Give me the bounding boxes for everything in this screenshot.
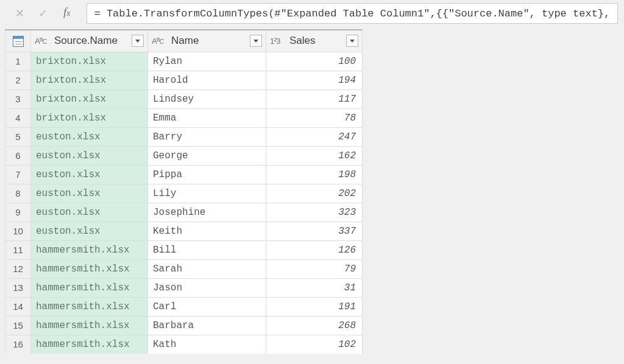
number-type-icon: 123 [270,37,286,46]
cell-source-name[interactable]: hammersmith.xlsx [31,278,148,297]
cell-name[interactable]: Sarah [148,259,266,278]
cell-source-name[interactable]: hammersmith.xlsx [31,240,148,259]
cell-name[interactable]: Jason [148,278,266,297]
cell-sales[interactable]: 194 [266,71,363,89]
row-number[interactable]: 8 [5,184,31,203]
cell-name[interactable]: Josephine [148,203,266,222]
row-number[interactable]: 7 [5,165,31,184]
formula-input-wrap[interactable]: = Table.TransformColumnTypes(#"Expanded … [87,3,619,24]
cell-sales[interactable]: 247 [266,127,363,146]
cell-source-name[interactable]: hammersmith.xlsx [31,316,148,335]
table-row[interactable]: 10euston.xlsxKeith337 [5,222,363,240]
cell-sales[interactable]: 126 [266,240,363,259]
cell-name[interactable]: Keith [148,222,266,240]
column-label: Sales [289,35,342,47]
cell-sales[interactable]: 162 [266,146,363,165]
data-grid: ABC Source.Name ABC Name 123 Sales [0,27,624,354]
cell-source-name[interactable]: hammersmith.xlsx [31,259,148,278]
row-number[interactable]: 2 [5,71,31,89]
row-number[interactable]: 10 [5,222,31,240]
cell-source-name[interactable]: brixton.xlsx [31,108,148,127]
cell-name[interactable]: George [148,146,266,165]
cell-source-name[interactable]: brixton.xlsx [31,71,148,89]
row-number[interactable]: 9 [5,203,31,222]
cell-name[interactable]: Harold [148,71,266,89]
cell-source-name[interactable]: hammersmith.xlsx [31,297,148,316]
column-header-sales[interactable]: 123 Sales [266,30,363,52]
select-all-corner[interactable] [5,30,31,52]
text-type-icon: ABC [152,37,168,46]
column-filter-button[interactable] [346,35,358,47]
cell-sales[interactable]: 198 [266,165,363,184]
cell-name[interactable]: Carl [148,297,266,316]
row-number[interactable]: 3 [5,89,31,108]
cell-sales[interactable]: 191 [266,297,363,316]
cancel-formula-icon[interactable]: ✕ [13,7,26,20]
row-number[interactable]: 4 [5,108,31,127]
row-number[interactable]: 5 [5,127,31,146]
cell-sales[interactable]: 337 [266,222,363,240]
cell-sales[interactable]: 202 [266,184,363,203]
cell-name[interactable]: Bill [148,240,266,259]
cell-name[interactable]: Pippa [148,165,266,184]
cell-source-name[interactable]: euston.xlsx [31,165,148,184]
table-row[interactable]: 7euston.xlsxPippa198 [5,165,363,184]
chevron-down-icon [135,40,140,43]
cell-source-name[interactable]: brixton.xlsx [31,52,148,71]
table-row[interactable]: 8euston.xlsxLily202 [5,184,363,203]
table-row[interactable]: 14hammersmith.xlsxCarl191 [5,297,363,316]
table-row[interactable]: 15hammersmith.xlsxBarbara268 [5,316,363,335]
column-label: Name [171,35,246,47]
table-row[interactable]: 6euston.xlsxGeorge162 [5,146,363,165]
cell-sales[interactable]: 31 [266,278,363,297]
cell-sales[interactable]: 100 [266,52,363,71]
row-number[interactable]: 13 [5,278,31,297]
table-row[interactable]: 16hammersmith.xlsxKath102 [5,335,363,354]
table-row[interactable]: 9euston.xlsxJosephine323 [5,203,363,222]
table-row[interactable]: 3brixton.xlsxLindsey117 [5,89,363,108]
column-header-name[interactable]: ABC Name [148,30,266,52]
cell-name[interactable]: Rylan [148,52,266,71]
formula-text: = Table.TransformColumnTypes(#"Expanded … [94,8,611,19]
table-row[interactable]: 12hammersmith.xlsxSarah79 [5,259,363,278]
preview-table: ABC Source.Name ABC Name 123 Sales [5,29,363,354]
row-number[interactable]: 6 [5,146,31,165]
cell-source-name[interactable]: euston.xlsx [31,222,148,240]
row-number[interactable]: 1 [5,52,31,71]
row-number[interactable]: 12 [5,259,31,278]
cell-sales[interactable]: 78 [266,108,363,127]
cell-sales[interactable]: 117 [266,89,363,108]
cell-name[interactable]: Kath [148,335,266,354]
table-row[interactable]: 5euston.xlsxBarry247 [5,127,363,146]
cell-source-name[interactable]: euston.xlsx [31,184,148,203]
row-number[interactable]: 15 [5,316,31,335]
cell-source-name[interactable]: euston.xlsx [31,146,148,165]
commit-formula-icon[interactable]: ✓ [37,7,49,20]
table-row[interactable]: 1brixton.xlsxRylan100 [5,52,363,71]
chevron-down-icon [254,40,258,43]
table-row[interactable]: 13hammersmith.xlsxJason31 [5,278,363,297]
cell-name[interactable]: Barry [148,127,266,146]
column-header-source-name[interactable]: ABC Source.Name [31,30,148,52]
cell-sales[interactable]: 268 [266,316,363,335]
table-row[interactable]: 4brixton.xlsxEmma78 [5,108,363,127]
column-filter-button[interactable] [250,35,262,47]
column-filter-button[interactable] [132,35,144,47]
cell-source-name[interactable]: euston.xlsx [31,203,148,222]
row-number[interactable]: 14 [5,297,31,316]
cell-sales[interactable]: 102 [266,335,363,354]
table-row[interactable]: 2brixton.xlsxHarold194 [5,71,363,89]
table-row[interactable]: 11hammersmith.xlsxBill126 [5,240,363,259]
cell-sales[interactable]: 323 [266,203,363,222]
cell-name[interactable]: Emma [148,108,266,127]
cell-name[interactable]: Barbara [148,316,266,335]
cell-source-name[interactable]: hammersmith.xlsx [31,335,148,354]
fx-icon[interactable]: fx [60,5,74,21]
cell-name[interactable]: Lily [148,184,266,203]
cell-source-name[interactable]: brixton.xlsx [31,89,148,108]
cell-source-name[interactable]: euston.xlsx [31,127,148,146]
row-number[interactable]: 16 [5,335,31,354]
cell-sales[interactable]: 79 [266,259,363,278]
row-number[interactable]: 11 [5,240,31,259]
cell-name[interactable]: Lindsey [148,89,266,108]
